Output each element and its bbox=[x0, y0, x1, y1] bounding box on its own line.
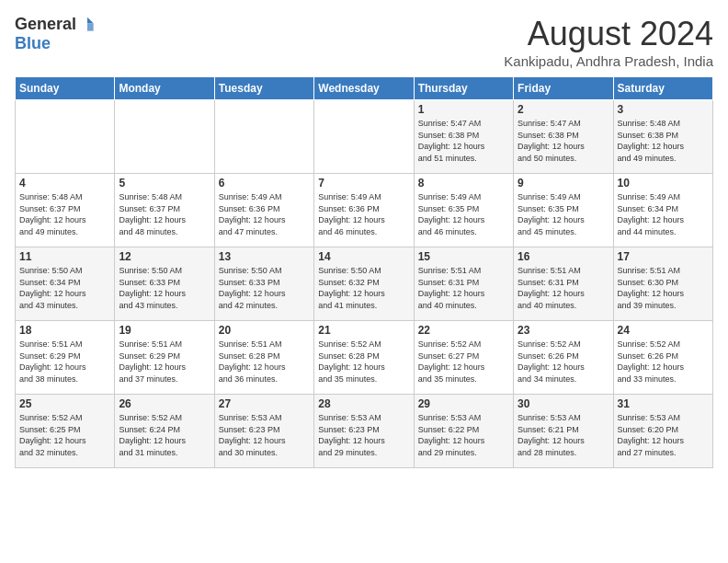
cell-info: Sunrise: 5:50 AM Sunset: 6:34 PM Dayligh… bbox=[19, 265, 110, 311]
cell-info: Sunrise: 5:50 AM Sunset: 6:33 PM Dayligh… bbox=[219, 265, 310, 311]
cell-info: Sunrise: 5:48 AM Sunset: 6:38 PM Dayligh… bbox=[618, 118, 709, 164]
calendar-cell: 26Sunrise: 5:52 AM Sunset: 6:24 PM Dayli… bbox=[115, 395, 214, 468]
calendar-cell: 15Sunrise: 5:51 AM Sunset: 6:31 PM Dayli… bbox=[414, 247, 513, 321]
day-number: 30 bbox=[518, 397, 609, 410]
day-number: 7 bbox=[318, 177, 409, 190]
calendar-cell: 4Sunrise: 5:48 AM Sunset: 6:37 PM Daylig… bbox=[16, 174, 115, 247]
calendar-cell: 17Sunrise: 5:51 AM Sunset: 6:30 PM Dayli… bbox=[613, 247, 712, 321]
calendar-cell: 19Sunrise: 5:51 AM Sunset: 6:29 PM Dayli… bbox=[115, 321, 214, 395]
calendar-cell: 11Sunrise: 5:50 AM Sunset: 6:34 PM Dayli… bbox=[16, 247, 115, 321]
day-number: 21 bbox=[318, 324, 409, 337]
cell-info: Sunrise: 5:51 AM Sunset: 6:29 PM Dayligh… bbox=[119, 339, 210, 385]
day-number: 22 bbox=[418, 324, 509, 337]
calendar-cell: 8Sunrise: 5:49 AM Sunset: 6:35 PM Daylig… bbox=[414, 174, 513, 247]
calendar-cell bbox=[214, 100, 313, 174]
calendar-cell: 24Sunrise: 5:52 AM Sunset: 6:26 PM Dayli… bbox=[613, 321, 712, 395]
day-header-thursday: Thursday bbox=[414, 77, 513, 100]
day-header-saturday: Saturday bbox=[613, 77, 712, 100]
cell-info: Sunrise: 5:48 AM Sunset: 6:37 PM Dayligh… bbox=[19, 191, 110, 237]
logo-blue: Blue bbox=[15, 34, 51, 52]
day-number: 26 bbox=[119, 397, 210, 410]
day-header-sunday: Sunday bbox=[16, 77, 115, 100]
day-number: 4 bbox=[19, 177, 110, 190]
day-number: 6 bbox=[219, 177, 310, 190]
calendar-cell: 14Sunrise: 5:50 AM Sunset: 6:32 PM Dayli… bbox=[314, 247, 414, 321]
day-number: 10 bbox=[618, 177, 709, 190]
day-number: 9 bbox=[518, 177, 609, 190]
calendar-cell: 23Sunrise: 5:52 AM Sunset: 6:26 PM Dayli… bbox=[514, 321, 613, 395]
cell-info: Sunrise: 5:53 AM Sunset: 6:22 PM Dayligh… bbox=[418, 412, 509, 458]
calendar-cell: 29Sunrise: 5:53 AM Sunset: 6:22 PM Dayli… bbox=[414, 395, 513, 468]
day-number: 19 bbox=[119, 324, 210, 337]
day-number: 15 bbox=[418, 250, 509, 263]
cell-info: Sunrise: 5:51 AM Sunset: 6:31 PM Dayligh… bbox=[418, 265, 509, 311]
cell-info: Sunrise: 5:47 AM Sunset: 6:38 PM Dayligh… bbox=[518, 118, 609, 164]
logo-general: General bbox=[15, 15, 76, 34]
cell-info: Sunrise: 5:51 AM Sunset: 6:31 PM Dayligh… bbox=[518, 265, 609, 311]
day-number: 18 bbox=[19, 324, 110, 337]
calendar-week-1: 1Sunrise: 5:47 AM Sunset: 6:38 PM Daylig… bbox=[16, 100, 713, 174]
cell-info: Sunrise: 5:49 AM Sunset: 6:36 PM Dayligh… bbox=[219, 191, 310, 237]
svg-marker-0 bbox=[87, 17, 94, 23]
day-number: 29 bbox=[418, 397, 509, 410]
day-number: 27 bbox=[219, 397, 310, 410]
calendar-cell bbox=[16, 100, 115, 174]
day-number: 11 bbox=[19, 250, 110, 263]
cell-info: Sunrise: 5:51 AM Sunset: 6:30 PM Dayligh… bbox=[618, 265, 709, 311]
cell-info: Sunrise: 5:49 AM Sunset: 6:35 PM Dayligh… bbox=[518, 191, 609, 237]
logo-icon bbox=[78, 16, 97, 34]
cell-info: Sunrise: 5:50 AM Sunset: 6:33 PM Dayligh… bbox=[119, 265, 210, 311]
calendar-cell: 27Sunrise: 5:53 AM Sunset: 6:23 PM Dayli… bbox=[214, 395, 313, 468]
calendar-cell: 10Sunrise: 5:49 AM Sunset: 6:34 PM Dayli… bbox=[613, 174, 712, 247]
calendar-cell: 2Sunrise: 5:47 AM Sunset: 6:38 PM Daylig… bbox=[514, 100, 613, 174]
cell-info: Sunrise: 5:47 AM Sunset: 6:38 PM Dayligh… bbox=[418, 118, 509, 164]
calendar-cell: 6Sunrise: 5:49 AM Sunset: 6:36 PM Daylig… bbox=[214, 174, 313, 247]
calendar-cell: 30Sunrise: 5:53 AM Sunset: 6:21 PM Dayli… bbox=[514, 395, 613, 468]
logo: General Blue bbox=[15, 15, 97, 53]
day-header-tuesday: Tuesday bbox=[214, 77, 313, 100]
day-number: 1 bbox=[418, 103, 509, 116]
day-number: 17 bbox=[618, 250, 709, 263]
calendar-cell bbox=[115, 100, 214, 174]
cell-info: Sunrise: 5:52 AM Sunset: 6:28 PM Dayligh… bbox=[318, 339, 409, 385]
cell-info: Sunrise: 5:51 AM Sunset: 6:29 PM Dayligh… bbox=[19, 339, 110, 385]
cell-info: Sunrise: 5:49 AM Sunset: 6:34 PM Dayligh… bbox=[618, 191, 709, 237]
cell-info: Sunrise: 5:52 AM Sunset: 6:27 PM Dayligh… bbox=[418, 339, 509, 385]
calendar-cell: 16Sunrise: 5:51 AM Sunset: 6:31 PM Dayli… bbox=[514, 247, 613, 321]
calendar-cell: 20Sunrise: 5:51 AM Sunset: 6:28 PM Dayli… bbox=[214, 321, 313, 395]
calendar-week-2: 4Sunrise: 5:48 AM Sunset: 6:37 PM Daylig… bbox=[16, 174, 713, 247]
location-subtitle: Kankipadu, Andhra Pradesh, India bbox=[504, 53, 713, 69]
day-number: 13 bbox=[219, 250, 310, 263]
calendar-cell: 31Sunrise: 5:53 AM Sunset: 6:20 PM Dayli… bbox=[613, 395, 712, 468]
day-header-wednesday: Wednesday bbox=[314, 77, 414, 100]
cell-info: Sunrise: 5:52 AM Sunset: 6:24 PM Dayligh… bbox=[119, 412, 210, 458]
day-number: 14 bbox=[318, 250, 409, 263]
day-number: 5 bbox=[119, 177, 210, 190]
day-number: 3 bbox=[618, 103, 709, 116]
cell-info: Sunrise: 5:52 AM Sunset: 6:25 PM Dayligh… bbox=[19, 412, 110, 458]
calendar-week-3: 11Sunrise: 5:50 AM Sunset: 6:34 PM Dayli… bbox=[16, 247, 713, 321]
calendar-cell: 22Sunrise: 5:52 AM Sunset: 6:27 PM Dayli… bbox=[414, 321, 513, 395]
cell-info: Sunrise: 5:53 AM Sunset: 6:23 PM Dayligh… bbox=[219, 412, 310, 458]
day-number: 25 bbox=[19, 397, 110, 410]
cell-info: Sunrise: 5:52 AM Sunset: 6:26 PM Dayligh… bbox=[518, 339, 609, 385]
calendar-cell: 7Sunrise: 5:49 AM Sunset: 6:36 PM Daylig… bbox=[314, 174, 414, 247]
header-row: SundayMondayTuesdayWednesdayThursdayFrid… bbox=[16, 77, 713, 100]
cell-info: Sunrise: 5:51 AM Sunset: 6:28 PM Dayligh… bbox=[219, 339, 310, 385]
calendar-week-4: 18Sunrise: 5:51 AM Sunset: 6:29 PM Dayli… bbox=[16, 321, 713, 395]
cell-info: Sunrise: 5:53 AM Sunset: 6:20 PM Dayligh… bbox=[618, 412, 709, 458]
calendar-cell: 13Sunrise: 5:50 AM Sunset: 6:33 PM Dayli… bbox=[214, 247, 313, 321]
day-number: 24 bbox=[618, 324, 709, 337]
day-number: 16 bbox=[518, 250, 609, 263]
day-number: 31 bbox=[618, 397, 709, 410]
calendar-cell: 5Sunrise: 5:48 AM Sunset: 6:37 PM Daylig… bbox=[115, 174, 214, 247]
cell-info: Sunrise: 5:53 AM Sunset: 6:23 PM Dayligh… bbox=[318, 412, 409, 458]
day-header-monday: Monday bbox=[115, 77, 214, 100]
day-number: 2 bbox=[518, 103, 609, 116]
calendar-cell: 25Sunrise: 5:52 AM Sunset: 6:25 PM Dayli… bbox=[16, 395, 115, 468]
calendar-week-5: 25Sunrise: 5:52 AM Sunset: 6:25 PM Dayli… bbox=[16, 395, 713, 468]
calendar-cell bbox=[314, 100, 414, 174]
title-section: August 2024 Kankipadu, Andhra Pradesh, I… bbox=[504, 15, 713, 69]
page-header: General Blue August 2024 Kankipadu, Andh… bbox=[15, 15, 713, 69]
cell-info: Sunrise: 5:50 AM Sunset: 6:32 PM Dayligh… bbox=[318, 265, 409, 311]
